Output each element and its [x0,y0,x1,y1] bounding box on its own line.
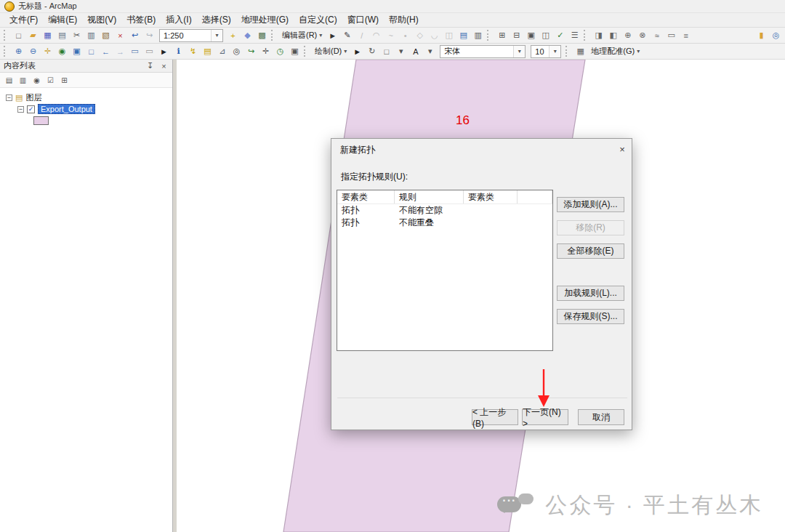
split-icon[interactable]: ◫ [442,28,456,42]
select-elements-icon[interactable]: ► [157,44,171,58]
dropdown-arrow-icon[interactable]: ▾ [513,46,525,57]
back-button[interactable]: < 上一步(B) [472,409,518,425]
load-rules-button[interactable]: 加载规则(L)... [557,286,624,301]
redo-icon[interactable]: ↪ [142,28,156,42]
generalize-icon[interactable]: ≈ [650,28,664,42]
align-edge-icon[interactable]: ▭ [664,28,678,42]
menu-window[interactable]: 窗口(W) [342,12,384,28]
search-window-icon[interactable]: ◎ [769,28,783,42]
dropdown-arrow-icon[interactable]: ▾ [549,46,560,57]
menu-bookmarks[interactable]: 书签(B) [121,12,161,28]
construct-polygons-icon[interactable]: ⊕ [621,28,635,42]
draw-select-icon[interactable]: ► [350,44,364,58]
add-rule-button[interactable]: 添加规则(A)... [557,197,624,212]
save-rules-button[interactable]: 保存规则(S)... [557,309,624,324]
georef-layer-icon[interactable]: ▦ [573,44,587,58]
draw-menu[interactable]: 绘制(D) ▾ [312,46,350,57]
new-document-icon[interactable]: □ [12,28,25,42]
list-by-visibility-icon[interactable]: ◉ [31,74,43,86]
editor-menu[interactable]: 编辑器(R) ▾ [279,30,325,41]
trace-icon[interactable]: ~ [384,28,398,42]
list-by-selection-icon[interactable]: ☑ [44,74,57,86]
editor-tool-icon[interactable]: ◆ [241,28,254,42]
toolbar-grip[interactable] [4,30,8,41]
layer-visibility-checkbox[interactable]: ✓ [27,105,35,113]
find-route-icon[interactable]: ↪ [244,44,258,58]
open-folder-icon[interactable]: ▰ [26,28,40,42]
layer-name-selected[interactable]: Export_Output [38,104,95,114]
sketch-properties-icon[interactable]: ▥ [471,28,485,42]
forward-extent-icon[interactable]: → [113,44,127,58]
edit-vertices-icon[interactable]: ◇ [413,28,427,42]
planarize-icon[interactable]: ◧ [606,28,620,42]
next-button[interactable]: 下一页(N) > [522,409,568,425]
cancel-button[interactable]: 取消 [578,409,624,425]
georeferencing-menu[interactable]: 地理配准(G) ▾ [588,46,643,57]
menu-selection[interactable]: 选择(S) [197,12,236,28]
column-header-feature-class-2[interactable]: 要素类 [464,190,518,203]
back-extent-icon[interactable]: ← [99,44,113,58]
topology-edit-icon[interactable]: ⊞ [495,28,509,42]
shared-features-icon[interactable]: ◫ [539,28,552,42]
undo-icon[interactable]: ↩ [128,28,142,42]
menu-insert[interactable]: 插入(I) [161,12,196,28]
hyperlink-icon[interactable]: ↯ [186,44,200,58]
rule-row[interactable]: 拓扑 不能重叠 [337,217,552,229]
copy-icon[interactable]: ▥ [84,28,98,42]
zoom-out-icon[interactable]: ⊖ [26,44,40,58]
go-to-xy-icon[interactable]: ✛ [259,44,273,58]
layer-symbol-node[interactable] [0,115,172,126]
edit-arrow-icon[interactable]: ► [326,28,339,42]
print-icon[interactable]: ▤ [55,28,69,42]
rotate-icon[interactable]: ↻ [365,44,379,58]
menu-geoprocessing[interactable]: 地理处理(G) [236,12,294,28]
zoom-in-icon[interactable]: ⊕ [12,44,25,58]
reshape-icon[interactable]: ◡ [427,28,441,42]
toc-options-icon[interactable]: ⊞ [58,74,71,86]
sketch-pencil-icon[interactable]: ✎ [340,28,354,42]
menu-customize[interactable]: 自定义(C) [294,12,342,28]
font-size-combobox[interactable]: 10 ▾ [531,45,561,58]
save-icon[interactable]: ▦ [41,28,55,42]
map-topology-icon[interactable]: ◨ [592,28,605,42]
dropdown-arrow-icon[interactable]: ▾ [211,30,222,41]
shape-tool-icon[interactable]: □ [379,44,393,58]
validate-topology-icon[interactable]: ✓ [553,28,567,42]
menu-file[interactable]: 文件(F) [4,12,43,28]
paste-icon[interactable]: ▧ [99,28,113,42]
layers-root-node[interactable]: − ▤ 图层 [0,92,172,103]
menu-edit[interactable]: 编辑(E) [43,12,82,28]
close-button[interactable]: × [615,142,629,156]
text-tool-icon[interactable]: A [408,44,422,58]
layer-node[interactable]: − ✓ Export_Output [0,103,172,115]
layer-symbol-swatch[interactable] [33,116,49,125]
identify-icon[interactable]: ℹ [172,44,185,58]
split-polygons-icon[interactable]: ⊗ [635,28,649,42]
toolbar-grip[interactable] [565,46,570,57]
select-by-rectangle-icon[interactable]: ▭ [128,44,142,58]
fixed-zoom-in-icon[interactable]: ▣ [70,44,84,58]
shape-dropdown-arrow-icon[interactable]: ▾ [394,44,408,58]
column-header-rule[interactable]: 规则 [395,190,464,203]
time-slider-icon[interactable]: ◷ [273,44,287,58]
remove-all-button[interactable]: 全部移除(E) [557,243,624,259]
straight-segment-icon[interactable]: / [355,28,369,42]
measure-icon[interactable]: ⊿ [215,44,229,58]
arc-segment-icon[interactable]: ◠ [369,28,383,42]
pan-icon[interactable]: ✛ [41,44,55,58]
font-family-combobox[interactable]: 宋体 ▾ [440,45,526,58]
clear-selection-icon[interactable]: ▭ [142,44,156,58]
list-by-source-icon[interactable]: ▥ [17,74,29,86]
full-extent-icon[interactable]: ◉ [55,44,69,58]
error-inspector-icon[interactable]: ☰ [568,28,581,42]
collapse-expander-icon[interactable]: − [17,106,24,113]
attributes-icon[interactable]: ▤ [456,28,470,42]
text-dropdown-arrow-icon[interactable]: ▾ [423,44,437,58]
collapse-expander-icon[interactable]: − [6,94,12,101]
topology-rules-table[interactable]: 要素类 规则 要素类 拓扑 不能有空隙 拓扑 不能重叠 [337,190,553,351]
toolbar-grip[interactable] [304,46,308,57]
toolbar-grip[interactable] [487,30,491,41]
toolbar-grip[interactable] [271,30,275,41]
options-icon[interactable]: ≡ [679,28,693,42]
toolbar-grip[interactable] [584,30,588,41]
